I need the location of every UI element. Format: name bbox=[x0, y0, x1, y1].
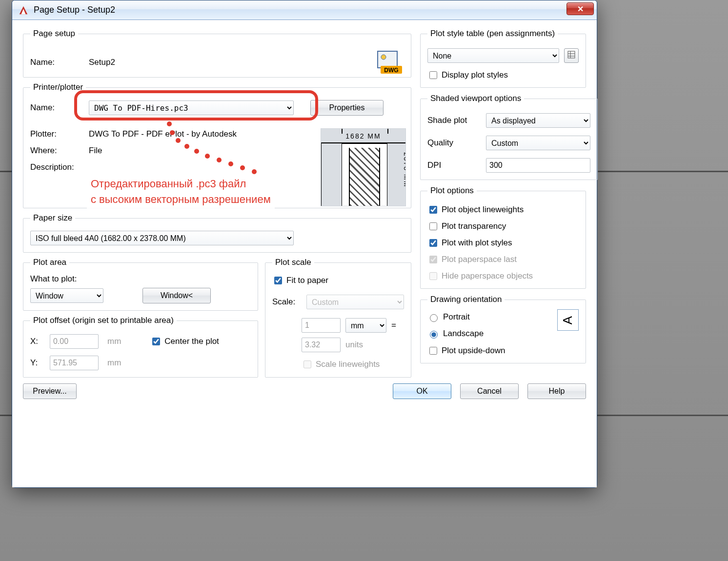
plot-options-group: Plot options Plot object lineweights Plo… bbox=[420, 186, 586, 289]
plot-options-legend: Plot options bbox=[427, 186, 477, 196]
plot-style-combo[interactable]: None bbox=[427, 48, 559, 63]
properties-button[interactable]: Properties bbox=[310, 100, 384, 116]
plot-area-group: Plot area What to plot: Window Window< bbox=[23, 258, 258, 311]
opt-with-styles-checkbox[interactable]: Plot with plot styles bbox=[427, 238, 579, 248]
shade-plot-combo[interactable]: As displayed bbox=[486, 113, 590, 128]
titlebar[interactable]: Page Setup - Setup2 ✕ bbox=[12, 0, 597, 20]
center-plot-checkbox[interactable]: Center the plot bbox=[150, 336, 219, 347]
paper-preview-icon: 1682 MM 2378 MM bbox=[321, 128, 406, 206]
opt-lineweights-checkbox[interactable]: Plot object lineweights bbox=[427, 204, 579, 215]
orientation-preview-icon: A bbox=[557, 309, 579, 331]
what-to-plot-combo[interactable]: Window bbox=[30, 288, 103, 303]
opt-paperspace-last-checkbox[interactable]: Plot paperspace last bbox=[427, 254, 579, 265]
plot-scale-group: Plot scale Fit to paper Scale: Custom bbox=[265, 258, 411, 378]
orientation-legend: Drawing orientation bbox=[427, 295, 505, 304]
plotter-value: DWG To PDF - PDF ePlot - by Autodesk bbox=[89, 129, 237, 139]
window-pick-button[interactable]: Window< bbox=[142, 288, 211, 303]
offset-y-input[interactable] bbox=[50, 356, 99, 370]
plot-style-group: Plot style table (pen assignments) None bbox=[420, 29, 586, 88]
shaded-viewport-legend: Shaded viewport options bbox=[427, 94, 524, 103]
plotter-label: Plotter: bbox=[30, 129, 84, 139]
table-edit-icon bbox=[567, 51, 575, 61]
offset-x-unit: mm bbox=[107, 337, 121, 346]
printer-plotter-legend: Printer/plotter bbox=[30, 82, 86, 92]
svg-point-3 bbox=[381, 55, 386, 60]
svg-rect-6 bbox=[568, 51, 575, 58]
page-setup-group: Page setup Name: Setup2 DWG bbox=[23, 29, 411, 78]
orientation-group: Drawing orientation Portrait Landscape bbox=[420, 295, 586, 363]
opt-hide-paperspace-checkbox[interactable]: Hide paperspace objects bbox=[427, 271, 579, 281]
scale-label: Scale: bbox=[272, 297, 302, 307]
shade-plot-label: Shade plot bbox=[427, 116, 481, 125]
scale-drawing-input[interactable] bbox=[302, 338, 341, 352]
scale-unit-combo[interactable]: mm bbox=[345, 318, 386, 333]
page-setup-dialog: Page Setup - Setup2 ✕ Page setup Name: S… bbox=[12, 0, 597, 488]
units-label: units bbox=[345, 340, 363, 350]
scale-unit-input[interactable] bbox=[302, 318, 341, 333]
upside-down-checkbox[interactable]: Plot upside-down bbox=[427, 345, 579, 356]
close-button[interactable]: ✕ bbox=[566, 2, 594, 15]
preview-button[interactable]: Preview... bbox=[23, 383, 77, 399]
portrait-radio[interactable]: Portrait bbox=[427, 312, 557, 322]
plot-style-edit-button[interactable] bbox=[564, 48, 579, 63]
page-setup-name-label: Name: bbox=[30, 58, 84, 67]
dwg-icon: DWG bbox=[377, 50, 404, 75]
paper-size-group: Paper size ISO full bleed 4A0 (1682.00 x… bbox=[23, 213, 411, 253]
where-label: Where: bbox=[30, 146, 84, 156]
dpi-label: DPI bbox=[427, 160, 481, 170]
quality-combo[interactable]: Custom bbox=[486, 136, 590, 150]
scale-lineweights-checkbox[interactable]: Scale lineweights bbox=[272, 359, 404, 370]
shaded-viewport-group: Shaded viewport options Shade plot As di… bbox=[420, 94, 598, 180]
offset-y-unit: mm bbox=[107, 358, 121, 368]
paper-size-legend: Paper size bbox=[30, 213, 75, 223]
printer-name-label: Name: bbox=[30, 103, 84, 113]
offset-x-label: X: bbox=[30, 337, 45, 346]
opt-transparency-checkbox[interactable]: Plot transparency bbox=[427, 221, 579, 232]
plot-area-legend: Plot area bbox=[30, 258, 69, 267]
fit-to-paper-checkbox[interactable]: Fit to paper bbox=[272, 275, 404, 286]
cancel-button[interactable]: Cancel bbox=[460, 383, 519, 399]
equals-label: = bbox=[391, 321, 396, 330]
dpi-input[interactable] bbox=[486, 158, 590, 173]
what-to-plot-label: What to plot: bbox=[30, 274, 251, 284]
svg-rect-2 bbox=[378, 51, 397, 68]
help-button[interactable]: Help bbox=[527, 383, 586, 399]
svg-text:DWG: DWG bbox=[384, 67, 398, 74]
plot-offset-legend: Plot offset (origin set to printable are… bbox=[30, 316, 177, 325]
offset-x-input[interactable] bbox=[50, 334, 99, 349]
landscape-radio[interactable]: Landscape bbox=[427, 329, 557, 339]
where-value: File bbox=[89, 146, 102, 156]
page-setup-name-value: Setup2 bbox=[89, 58, 115, 67]
offset-y-label: Y: bbox=[30, 358, 45, 368]
window-title: Page Setup - Setup2 bbox=[34, 5, 115, 15]
description-label: Description: bbox=[30, 162, 84, 172]
close-icon: ✕ bbox=[577, 4, 584, 14]
annotation-text: Отредактированный .pc3 файл с высоким ве… bbox=[87, 174, 275, 209]
page-setup-legend: Page setup bbox=[30, 29, 78, 39]
plot-scale-legend: Plot scale bbox=[272, 258, 314, 267]
quality-label: Quality bbox=[427, 138, 481, 148]
paper-size-combo[interactable]: ISO full bleed 4A0 (1682.00 x 2378.00 MM… bbox=[30, 231, 294, 245]
printer-plotter-group: Printer/plotter Name: DWG To PDF-Hires.p… bbox=[23, 82, 411, 208]
display-plot-styles-checkbox[interactable]: Display plot styles bbox=[427, 70, 579, 80]
ok-button[interactable]: OK bbox=[393, 383, 451, 399]
printer-name-combo[interactable]: DWG To PDF-Hires.pc3 bbox=[89, 100, 294, 115]
plot-offset-group: Plot offset (origin set to printable are… bbox=[23, 316, 258, 378]
autocad-logo-icon bbox=[18, 5, 29, 16]
scale-combo[interactable]: Custom bbox=[306, 295, 404, 309]
plot-style-legend: Plot style table (pen assignments) bbox=[427, 29, 558, 39]
